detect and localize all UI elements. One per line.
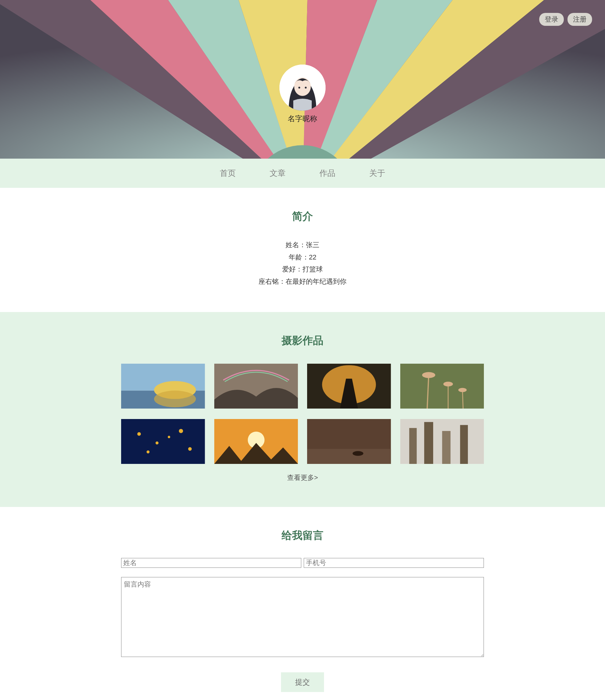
svg-rect-33: [409, 428, 417, 464]
works-title: 摄影作品: [0, 333, 605, 348]
svg-point-9: [154, 391, 196, 408]
svg-rect-30: [307, 449, 391, 464]
gallery-item[interactable]: [400, 363, 484, 409]
svg-point-22: [155, 442, 159, 445]
view-more-link[interactable]: 查看更多>: [0, 473, 605, 482]
svg-rect-13: [400, 364, 484, 408]
svg-point-25: [188, 447, 192, 451]
gallery-item[interactable]: [121, 363, 205, 409]
gallery-grid: [121, 363, 484, 465]
gallery-item[interactable]: [307, 363, 391, 409]
works-section: 摄影作品 查看更多>: [0, 312, 605, 507]
svg-point-31: [353, 451, 363, 456]
svg-point-23: [179, 429, 183, 433]
contact-title: 给我留言: [0, 528, 605, 543]
main-nav: 首页 文章 作品 关于: [0, 159, 605, 188]
svg-point-4: [299, 87, 300, 89]
intro-hobby: 爱好：打篮球: [0, 263, 605, 275]
name-input[interactable]: [121, 558, 301, 568]
svg-line-18: [462, 391, 463, 408]
intro-motto: 座右铭：在最好的年纪遇到你: [0, 275, 605, 288]
gallery-item[interactable]: [307, 418, 391, 465]
profile-block: 名字昵称: [279, 65, 326, 124]
login-button[interactable]: 登录: [539, 13, 564, 26]
intro-age: 年龄：22: [0, 251, 605, 264]
intro-title: 简介: [0, 209, 605, 224]
submit-button[interactable]: 提交: [281, 672, 324, 692]
avatar: [279, 65, 326, 111]
intro-section: 简介 姓名：张三 年龄：22 爱好：打篮球 座右铭：在最好的年纪遇到你: [0, 188, 605, 312]
svg-point-21: [137, 432, 141, 436]
gallery-item[interactable]: [214, 363, 298, 409]
svg-rect-35: [442, 431, 450, 464]
nav-about[interactable]: 关于: [369, 168, 385, 179]
gallery-item[interactable]: [214, 418, 298, 465]
phone-input[interactable]: [304, 558, 484, 568]
gallery-item[interactable]: [400, 418, 484, 465]
svg-point-19: [458, 388, 467, 392]
svg-point-24: [147, 451, 150, 454]
svg-point-5: [305, 87, 307, 89]
svg-rect-36: [460, 425, 468, 464]
nav-works[interactable]: 作品: [320, 168, 335, 179]
svg-point-17: [443, 382, 453, 387]
nav-articles[interactable]: 文章: [270, 168, 285, 179]
svg-point-26: [168, 436, 170, 439]
svg-rect-20: [121, 419, 205, 464]
nav-home[interactable]: 首页: [220, 168, 236, 179]
hero-banner: 登录 注册 名字昵称: [0, 0, 605, 159]
register-button[interactable]: 注册: [568, 13, 592, 26]
svg-rect-34: [424, 422, 433, 464]
nickname-label: 名字昵称: [279, 114, 326, 124]
avatar-image: [279, 65, 326, 111]
message-textarea[interactable]: [121, 577, 484, 657]
gallery-item[interactable]: [121, 418, 205, 465]
contact-section: 给我留言 提交: [0, 507, 605, 700]
svg-point-15: [422, 372, 435, 378]
intro-name: 姓名：张三: [0, 239, 605, 251]
